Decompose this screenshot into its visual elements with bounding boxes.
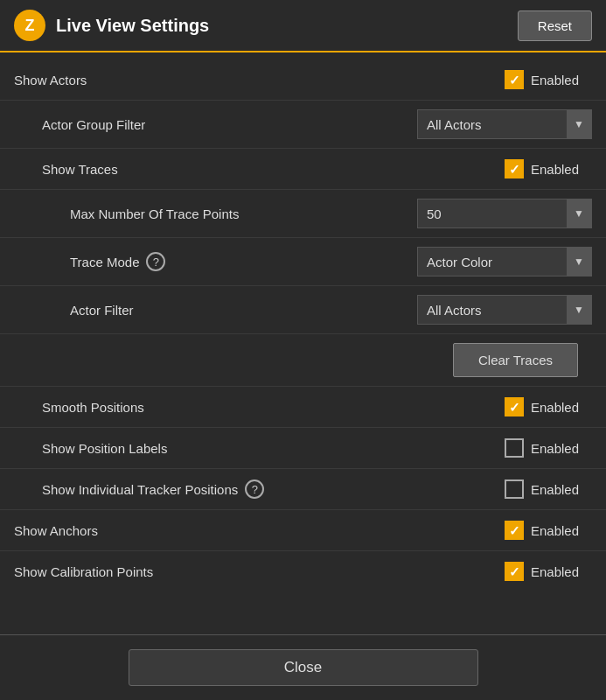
show-actors-row: Show Actors ✓ Enabled	[0, 60, 606, 100]
check-icon: ✓	[509, 401, 520, 414]
trace-mode-help-icon[interactable]: ?	[146, 252, 165, 271]
trace-mode-control[interactable]: Actor Color ▼	[417, 247, 592, 276]
smooth-positions-control[interactable]: ✓ Enabled	[505, 397, 592, 416]
actor-group-filter-control[interactable]: All Actors ▼	[417, 109, 592, 139]
trace-mode-value: Actor Color	[418, 255, 567, 270]
max-trace-points-label: Max Number Of Trace Points	[14, 206, 239, 221]
show-calibration-points-checkbox[interactable]: ✓	[505, 562, 524, 581]
check-icon: ✓	[509, 565, 520, 578]
footer: Close	[0, 634, 606, 700]
show-traces-value: Enabled	[531, 162, 592, 177]
show-position-labels-control[interactable]: Enabled	[505, 438, 592, 458]
smooth-positions-row: Smooth Positions ✓ Enabled	[0, 387, 606, 427]
max-trace-points-row: Max Number Of Trace Points 50 ▼	[0, 190, 606, 237]
show-position-labels-row: Show Position Labels Enabled	[0, 428, 606, 468]
show-traces-row: Show Traces ✓ Enabled	[0, 149, 606, 189]
show-anchors-row: Show Anchors ✓ Enabled	[0, 510, 606, 550]
trace-mode-dropdown[interactable]: Actor Color ▼	[417, 247, 592, 276]
show-position-labels-checkbox[interactable]	[505, 438, 524, 458]
max-trace-points-control[interactable]: 50 ▼	[417, 199, 592, 228]
max-trace-points-value: 50	[418, 206, 567, 221]
show-anchors-checkbox[interactable]: ✓	[505, 521, 524, 540]
show-anchors-value: Enabled	[531, 523, 592, 538]
clear-traces-row: Clear Traces	[0, 334, 606, 386]
trace-mode-row: Trace Mode ? Actor Color ▼	[0, 238, 606, 285]
clear-traces-button[interactable]: Clear Traces	[453, 343, 578, 377]
show-individual-tracker-value: Enabled	[531, 482, 592, 497]
actor-filter-control[interactable]: All Actors ▼	[417, 295, 592, 325]
logo-icon: Z	[14, 10, 45, 41]
show-actors-control[interactable]: ✓ Enabled	[505, 70, 592, 89]
show-traces-checkbox[interactable]: ✓	[505, 159, 524, 178]
check-icon: ✓	[509, 524, 520, 537]
show-calibration-points-control[interactable]: ✓ Enabled	[505, 562, 592, 581]
actor-filter-value: All Actors	[418, 303, 567, 318]
dropdown-arrow-icon: ▼	[567, 295, 591, 325]
show-calibration-points-label: Show Calibration Points	[14, 564, 153, 579]
individual-tracker-help-icon[interactable]: ?	[245, 480, 264, 499]
show-calibration-points-value: Enabled	[531, 564, 592, 579]
show-traces-label: Show Traces	[14, 162, 118, 177]
show-calibration-points-row: Show Calibration Points ✓ Enabled	[0, 551, 606, 592]
settings-content: Show Actors ✓ Enabled Actor Group Filter…	[0, 52, 606, 634]
show-traces-control[interactable]: ✓ Enabled	[505, 159, 592, 178]
reset-button[interactable]: Reset	[518, 10, 592, 41]
dropdown-arrow-icon: ▼	[567, 109, 591, 139]
header-left: Z Live View Settings	[14, 10, 209, 41]
smooth-positions-checkbox[interactable]: ✓	[505, 397, 524, 416]
header: Z Live View Settings Reset	[0, 0, 606, 52]
show-anchors-label: Show Anchors	[14, 523, 98, 538]
show-actors-checkbox[interactable]: ✓	[505, 70, 524, 89]
actor-group-filter-row: Actor Group Filter All Actors ▼	[0, 101, 606, 148]
actor-filter-label: Actor Filter	[14, 303, 134, 318]
actor-group-filter-label: Actor Group Filter	[14, 117, 145, 132]
show-individual-tracker-control[interactable]: Enabled	[505, 480, 592, 499]
dropdown-arrow-icon: ▼	[567, 247, 591, 276]
max-trace-points-dropdown[interactable]: 50 ▼	[417, 199, 592, 228]
actor-filter-dropdown[interactable]: All Actors ▼	[417, 295, 592, 325]
show-position-labels-label: Show Position Labels	[14, 441, 167, 456]
smooth-positions-value: Enabled	[531, 400, 592, 415]
actor-group-filter-dropdown[interactable]: All Actors ▼	[417, 109, 592, 139]
page-title: Live View Settings	[56, 16, 209, 36]
actor-filter-row: Actor Filter All Actors ▼	[0, 286, 606, 333]
show-individual-tracker-checkbox[interactable]	[505, 480, 524, 499]
check-icon: ✓	[509, 163, 520, 176]
show-anchors-control[interactable]: ✓ Enabled	[505, 521, 592, 540]
dropdown-arrow-icon: ▼	[567, 199, 591, 228]
actor-group-filter-value: All Actors	[418, 117, 567, 132]
trace-mode-label: Trace Mode ?	[14, 252, 165, 271]
close-button[interactable]: Close	[129, 649, 478, 686]
check-icon: ✓	[509, 74, 520, 87]
show-position-labels-value: Enabled	[531, 441, 592, 456]
show-individual-tracker-row: Show Individual Tracker Positions ? Enab…	[0, 469, 606, 509]
smooth-positions-label: Smooth Positions	[14, 400, 144, 415]
show-actors-label: Show Actors	[14, 73, 87, 88]
show-actors-value: Enabled	[531, 73, 592, 88]
show-individual-tracker-label: Show Individual Tracker Positions ?	[14, 480, 264, 499]
